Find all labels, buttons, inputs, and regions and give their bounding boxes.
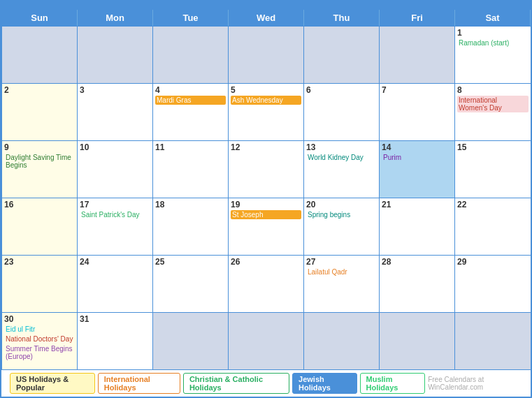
week-row-5: 30Eid ul FitrNational Doctors' DaySummer… <box>2 312 531 369</box>
day-cell: 26 <box>229 256 304 312</box>
day-cell: 11 <box>153 141 229 198</box>
day-number: 25 <box>155 257 226 267</box>
day-header-thu: Thu <box>304 10 380 26</box>
day-header-mon: Mon <box>78 10 153 26</box>
day-cell: 17Saint Patrick's Day <box>78 198 153 255</box>
calendar-event: National Doctors' Day <box>4 334 75 344</box>
day-cell: 25 <box>153 256 229 312</box>
day-cell: 8International Women's Day <box>455 84 531 140</box>
day-number: 15 <box>457 142 529 152</box>
day-number: 13 <box>306 142 377 152</box>
calendar-event: Ramadan (start) <box>457 38 529 47</box>
day-cell: 14Purim <box>380 141 455 198</box>
calendar-grid: SunMonTueWedThuFriSat 1Ramadan (start)23… <box>1 10 531 369</box>
day-cell: 2 <box>2 84 78 140</box>
day-number: 11 <box>155 142 226 152</box>
weeks-container: 1Ramadan (start)234Mardi Gras5Ash Wednes… <box>2 26 531 369</box>
week-row-3: 1617Saint Patrick's Day1819St Joseph20Sp… <box>2 198 531 255</box>
calendar-wrapper: SunMonTueWedThuFriSat 1Ramadan (start)23… <box>0 0 532 398</box>
calendar-event: International Women's Day <box>457 96 529 112</box>
holiday-badge[interactable]: Jewish Holidays <box>292 373 357 394</box>
day-cell <box>455 313 531 369</box>
calendar-event: Ash Wednesday <box>231 96 301 105</box>
week-row-4: 2324252627Lailatul Qadr2829 <box>2 255 531 312</box>
calendar-title <box>1 1 531 10</box>
calendar-event: Mardi Gras <box>155 96 226 105</box>
day-number: 12 <box>231 142 301 152</box>
day-number: 26 <box>231 257 301 267</box>
calendar-event: Spring begins <box>306 210 377 219</box>
day-number: 1 <box>457 28 529 38</box>
day-cell <box>78 27 153 83</box>
calendar-event: Eid ul Fitr <box>4 325 75 334</box>
day-header-tue: Tue <box>153 10 229 26</box>
day-cell: 30Eid ul FitrNational Doctors' DaySummer… <box>2 313 78 369</box>
holiday-badge[interactable]: Muslim Holidays <box>360 373 426 394</box>
day-cell: 18 <box>153 198 229 255</box>
day-number: 3 <box>80 85 150 95</box>
day-number: 7 <box>382 85 452 95</box>
day-number: 19 <box>231 200 301 209</box>
day-number: 29 <box>457 257 529 267</box>
day-cell: 27Lailatul Qadr <box>304 256 380 312</box>
day-cell: 19St Joseph <box>229 198 304 255</box>
day-number: 22 <box>457 200 529 209</box>
day-number: 21 <box>382 200 452 209</box>
day-header-wed: Wed <box>229 10 304 26</box>
day-number: 24 <box>80 257 150 267</box>
day-number: 31 <box>80 314 150 324</box>
day-cell: 15 <box>455 141 531 198</box>
calendar-event: Daylight Saving Time Begins <box>4 153 75 170</box>
day-cell: 24 <box>78 256 153 312</box>
holiday-badge[interactable]: International Holidays <box>98 373 180 394</box>
holiday-badge[interactable]: US Holidays & Popular <box>10 373 95 394</box>
day-number: 4 <box>155 85 226 95</box>
day-header-fri: Fri <box>380 10 455 26</box>
day-number: 18 <box>155 200 226 209</box>
day-number: 23 <box>4 257 75 267</box>
calendar-event: Saint Patrick's Day <box>80 210 150 219</box>
day-cell <box>380 313 455 369</box>
wincalendar-credit: Free Calendars at WinCalendar.com <box>428 376 526 391</box>
week-row-2: 9Daylight Saving Time Begins10111213Worl… <box>2 140 531 198</box>
day-cell: 16 <box>2 198 78 255</box>
day-cell <box>2 27 78 83</box>
day-number: 14 <box>382 142 452 152</box>
day-headers: SunMonTueWedThuFriSat <box>2 10 531 26</box>
day-cell: 7 <box>380 84 455 140</box>
day-cell <box>229 27 304 83</box>
week-row-1: 234Mardi Gras5Ash Wednesday678Internatio… <box>2 83 531 140</box>
day-number: 28 <box>382 257 452 267</box>
day-cell: 12 <box>229 141 304 198</box>
day-cell: 22 <box>455 198 531 255</box>
day-cell: 20Spring begins <box>304 198 380 255</box>
day-number: 6 <box>306 85 377 95</box>
day-cell: 21 <box>380 198 455 255</box>
day-number: 10 <box>80 142 150 152</box>
day-cell: 28 <box>380 256 455 312</box>
day-cell: 13World Kidney Day <box>304 141 380 198</box>
day-cell: 29 <box>455 256 531 312</box>
calendar-event: World Kidney Day <box>306 153 377 162</box>
calendar-event: Lailatul Qadr <box>306 267 377 277</box>
day-number: 8 <box>457 85 529 95</box>
day-cell: 1Ramadan (start) <box>455 27 531 83</box>
day-cell: 4Mardi Gras <box>153 84 229 140</box>
day-cell: 10 <box>78 141 153 198</box>
holiday-badge[interactable]: Christian & Catholic Holidays <box>183 373 289 394</box>
day-cell <box>380 27 455 83</box>
day-header-sun: Sun <box>2 10 78 26</box>
day-cell: 3 <box>78 84 153 140</box>
day-cell <box>153 313 229 369</box>
day-number: 2 <box>4 85 75 95</box>
day-number: 9 <box>4 142 75 152</box>
calendar-event: St Joseph <box>231 210 301 219</box>
calendar-event: Summer Time Begins (Europe) <box>4 344 75 361</box>
day-number: 27 <box>306 257 377 267</box>
day-cell: 9Daylight Saving Time Begins <box>2 141 78 198</box>
day-cell: 5Ash Wednesday <box>229 84 304 140</box>
day-number: 17 <box>80 200 150 209</box>
calendar-event: Purim <box>382 153 452 162</box>
day-number: 20 <box>306 200 377 209</box>
day-cell <box>153 27 229 83</box>
